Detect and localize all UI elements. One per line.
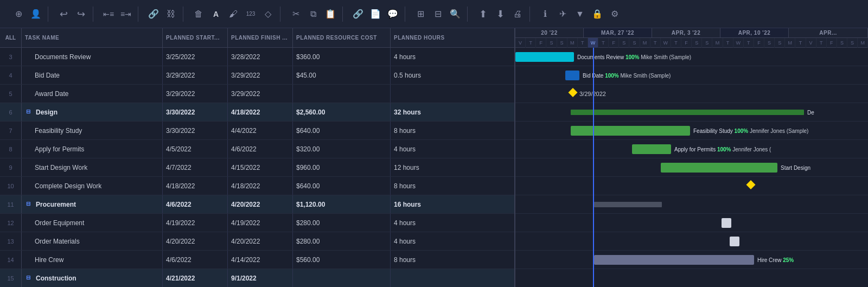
print-button[interactable]: 🖨 bbox=[510, 7, 525, 22]
info-button[interactable]: ℹ bbox=[538, 7, 553, 22]
table-row[interactable]: 7 Feasibility Study 3/30/2022 4/4/2022 $… bbox=[0, 122, 514, 140]
copy-button[interactable]: ⧉ bbox=[305, 7, 321, 22]
paste-button[interactable]: 📋 bbox=[323, 7, 338, 22]
hours-cell: 16 hours bbox=[391, 195, 467, 213]
gantt-bar bbox=[571, 126, 690, 136]
table-row[interactable]: 8 Apply for Permits 4/5/2022 4/6/2022 $3… bbox=[0, 140, 514, 158]
user-button[interactable]: 👤 bbox=[28, 7, 43, 22]
gantt-row: Hire Crew 25% bbox=[515, 251, 868, 269]
table-row[interactable]: 4 Bid Date 3/29/2022 3/29/2022 $45.00 0.… bbox=[0, 66, 514, 85]
undo-button[interactable]: ↩ bbox=[56, 7, 71, 22]
table-row[interactable]: 10 Complete Design Work 4/18/2022 4/18/2… bbox=[0, 177, 514, 195]
gantt-day-label: S bbox=[764, 38, 775, 48]
gantt-bar-label: Documents Review 100% Mike Smith (Sample… bbox=[577, 54, 691, 60]
gantt-day-label: S bbox=[557, 38, 567, 48]
hours-cell: 4 hours bbox=[391, 214, 467, 232]
row-number: 15 bbox=[0, 269, 22, 287]
outdent-button[interactable]: ⇤≡ bbox=[101, 7, 116, 22]
zoom-button[interactable]: 🔍 bbox=[448, 7, 463, 22]
select-all-button[interactable]: ALL bbox=[0, 28, 22, 47]
collapse-icon[interactable]: ⊟ bbox=[26, 275, 34, 282]
finish-date-cell: 4/15/2022 bbox=[228, 158, 293, 176]
start-date-cell: 3/29/2022 bbox=[163, 66, 228, 84]
planned-finish-header: PLANNED FINISH ... bbox=[228, 28, 293, 47]
cost-cell: $280.00 bbox=[293, 232, 391, 250]
gantt-day-label: T bbox=[816, 38, 827, 48]
gantt-bar bbox=[565, 71, 579, 80]
start-date-cell: 3/29/2022 bbox=[163, 85, 228, 103]
task-name-label: Hire Crew bbox=[35, 256, 63, 264]
hours-cell: 8 hours bbox=[391, 122, 467, 139]
row-number: 6 bbox=[0, 103, 22, 121]
grid-body: 3 Documents Review 3/25/2022 3/28/2022 $… bbox=[0, 48, 514, 287]
task-name-cell: Hire Crew bbox=[22, 251, 163, 269]
export-down-button[interactable]: ⬇ bbox=[493, 7, 508, 22]
gantt-body: Documents Review 100% Mike Smith (Sample… bbox=[515, 48, 868, 287]
gantt-day-label: W bbox=[588, 38, 598, 48]
filter-button[interactable]: ▼ bbox=[572, 7, 588, 22]
link-button[interactable]: 🔗 bbox=[146, 7, 161, 22]
gantt-day-label: F bbox=[681, 38, 692, 48]
send-button[interactable]: ✈ bbox=[555, 7, 570, 22]
comment-button[interactable]: 💬 bbox=[385, 7, 400, 22]
task-name-label: Feasibility Study bbox=[35, 127, 82, 135]
cut-button[interactable]: ✂ bbox=[288, 7, 303, 22]
chain-view-button[interactable]: 🔗 bbox=[350, 7, 366, 22]
finish-date-cell: 4/20/2022 bbox=[228, 195, 293, 213]
gantt-day-label: T bbox=[795, 38, 806, 48]
table-row[interactable]: 9 Start Design Work 4/7/2022 4/15/2022 $… bbox=[0, 158, 514, 177]
gantt-day-label: S bbox=[692, 38, 702, 48]
cost-cell: $560.00 bbox=[293, 251, 391, 269]
indent-button[interactable]: ≡⇥ bbox=[118, 7, 133, 22]
gantt-row bbox=[515, 232, 868, 251]
gantt-day-label: T bbox=[723, 38, 733, 48]
table2-button[interactable]: ⊟ bbox=[430, 7, 445, 22]
collapse-icon[interactable]: ⊟ bbox=[26, 201, 34, 208]
lock-button[interactable]: 🔒 bbox=[590, 7, 605, 22]
task-name-cell: Complete Design Work bbox=[22, 177, 163, 195]
table-row[interactable]: 13 Order Materials 4/20/2022 4/20/2022 $… bbox=[0, 232, 514, 251]
finish-date-cell: 4/4/2022 bbox=[228, 122, 293, 139]
gantt-day-label: S bbox=[847, 38, 858, 48]
collapse-icon[interactable]: ⊟ bbox=[26, 109, 34, 116]
task-name-header: TASK NAME bbox=[22, 28, 163, 47]
task-name-cell: Order Materials bbox=[22, 232, 163, 250]
table-row[interactable]: 5 Award Date 3/29/2022 3/29/2022 bbox=[0, 85, 514, 103]
export-up-button[interactable]: ⬆ bbox=[475, 7, 490, 22]
start-date-cell: 4/7/2022 bbox=[163, 158, 228, 176]
table-row[interactable]: 12 Order Equipment 4/19/2022 4/19/2022 $… bbox=[0, 214, 514, 232]
table1-button[interactable]: ⊞ bbox=[413, 7, 428, 22]
table-row[interactable]: 3 Documents Review 3/25/2022 3/28/2022 $… bbox=[0, 48, 514, 66]
redo-button[interactable]: ↪ bbox=[73, 7, 88, 22]
task-name-label: Documents Review bbox=[35, 53, 91, 61]
table-row[interactable]: 6 ⊟Design 3/30/2022 4/18/2022 $2,560.00 … bbox=[0, 103, 514, 122]
row-number: 12 bbox=[0, 214, 22, 232]
task-name-label: Design bbox=[36, 109, 58, 116]
table-row[interactable]: 15 ⊟Construction 4/21/2022 9/1/2022 bbox=[0, 269, 514, 287]
gantt-dates-top: 20 '22 MAR, 27 '22 APR, 3 '22 APR, 10 '2… bbox=[515, 28, 868, 38]
gantt-day-label: M bbox=[785, 38, 795, 48]
gantt-day-label: F bbox=[754, 38, 764, 48]
table-row[interactable]: 14 Hire Crew 4/6/2022 4/14/2022 $560.00 … bbox=[0, 251, 514, 269]
gantt-bar bbox=[594, 202, 662, 207]
delete-button[interactable]: 🗑 bbox=[191, 7, 206, 22]
unlink-button[interactable]: ⛓ bbox=[163, 7, 178, 22]
diamond-button[interactable]: ◇ bbox=[260, 7, 276, 22]
table-row[interactable]: 11 ⊟Procurement 4/6/2022 4/20/2022 $1,12… bbox=[0, 195, 514, 214]
doc-view-button[interactable]: 📄 bbox=[368, 7, 383, 22]
gantt-bar bbox=[722, 218, 731, 228]
clip-group: ✂ ⧉ 📋 bbox=[284, 7, 343, 22]
start-date-cell: 4/21/2022 bbox=[163, 269, 228, 287]
cost-cell: $2,560.00 bbox=[293, 103, 391, 121]
text-format-button[interactable]: A bbox=[208, 7, 224, 22]
task-name-cell: ⊟Construction bbox=[22, 269, 163, 287]
gantt-day-label: M bbox=[858, 38, 868, 48]
cost-cell: $640.00 bbox=[293, 122, 391, 139]
gantt-bar bbox=[730, 237, 739, 246]
gear-button[interactable]: ⚙ bbox=[607, 7, 622, 22]
add-button[interactable]: ⊕ bbox=[11, 7, 26, 22]
paint-button[interactable]: 🖌 bbox=[226, 7, 241, 22]
cost-cell: $360.00 bbox=[293, 48, 391, 66]
row-number: 8 bbox=[0, 140, 22, 158]
cost-cell: $45.00 bbox=[293, 66, 391, 84]
